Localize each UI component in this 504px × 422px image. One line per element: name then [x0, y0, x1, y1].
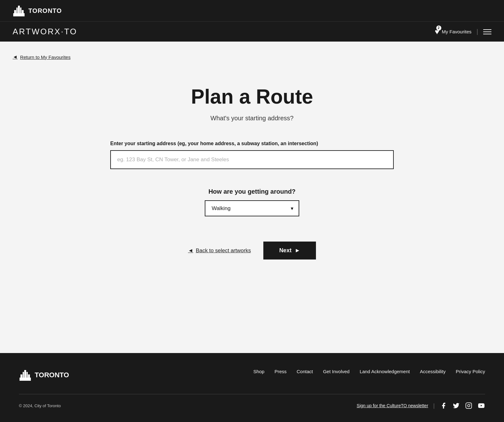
footer-links: Shop Press Contact Get Involved Land Ack…	[253, 369, 485, 374]
transport-label: How are you getting around?	[209, 188, 296, 195]
next-button[interactable]: Next ►	[263, 242, 316, 259]
toronto-city-label: Toronto	[28, 7, 62, 14]
footer-bottom: © 2024, City of Toronto Sign up for the …	[19, 394, 485, 409]
main-content: ◄ Return to My Favourites Plan a Route W…	[0, 42, 504, 353]
favourites-button[interactable]: ♥ 2 My Favourites	[435, 27, 471, 36]
top-navbar: Toronto	[0, 0, 504, 21]
page-center: Plan a Route What's your starting addres…	[13, 72, 491, 328]
hamburger-line-2	[483, 31, 491, 32]
facebook-icon[interactable]	[440, 402, 447, 409]
newsletter-link[interactable]: Sign up for the CultureTO newsletter	[357, 403, 428, 408]
youtube-icon[interactable]	[478, 402, 485, 409]
transport-select-wrapper: Walking Cycling Driving Transit ▼	[205, 200, 299, 216]
back-artworks-label: Back to select artworks	[196, 248, 251, 254]
form-section: Enter your starting address (eg, your ho…	[110, 141, 394, 169]
footer-link-land-acknowledgement[interactable]: Land Acknowledgement	[360, 369, 410, 374]
svg-rect-4	[20, 8, 21, 13]
page-title: Plan a Route	[191, 85, 313, 108]
toronto-building-icon	[13, 4, 25, 17]
svg-rect-1	[14, 10, 16, 13]
page-subtitle: What's your starting address?	[210, 115, 294, 122]
footer-toronto-icon	[19, 369, 32, 381]
back-arrow-icon: ◄	[13, 54, 18, 60]
back-artworks-link[interactable]: ◄ Back to select artworks	[188, 248, 251, 254]
footer-link-accessibility[interactable]: Accessibility	[420, 369, 446, 374]
footer: Toronto Shop Press Contact Get Involved …	[0, 353, 504, 422]
svg-rect-3	[18, 6, 20, 13]
hamburger-line-1	[483, 29, 491, 30]
footer-top: Toronto Shop Press Contact Get Involved …	[19, 369, 485, 381]
svg-rect-7	[20, 374, 22, 378]
copyright-text: © 2024, City of Toronto	[19, 403, 61, 408]
heart-icon: ♥ 2	[435, 27, 439, 36]
hamburger-menu[interactable]	[483, 29, 491, 34]
footer-link-get-involved[interactable]: Get Involved	[323, 369, 349, 374]
footer-link-contact[interactable]: Contact	[297, 369, 313, 374]
svg-rect-8	[23, 372, 24, 378]
transport-section: How are you getting around? Walking Cycl…	[205, 188, 299, 216]
buttons-row: ◄ Back to select artworks Next ►	[188, 242, 316, 259]
svg-point-13	[467, 404, 470, 407]
footer-city-name: Toronto	[35, 371, 69, 379]
artworx-logo: ARTWORX·TO	[13, 27, 77, 37]
return-favourites-link[interactable]: ◄ Return to My Favourites	[13, 54, 71, 60]
svg-rect-11	[28, 374, 30, 378]
svg-rect-12	[466, 403, 472, 408]
address-label: Enter your starting address (eg, your ho…	[110, 141, 394, 146]
footer-link-press[interactable]: Press	[274, 369, 286, 374]
svg-rect-6	[20, 378, 31, 381]
favourites-label: My Favourites	[442, 29, 472, 34]
footer-social: Sign up for the CultureTO newsletter |	[357, 402, 485, 409]
hamburger-line-3	[483, 34, 491, 34]
artworx-logo-suffix: ·TO	[61, 27, 77, 36]
svg-rect-9	[24, 370, 26, 378]
address-input[interactable]	[110, 150, 394, 169]
next-arrow-icon: ►	[295, 247, 300, 254]
social-divider: |	[433, 402, 435, 409]
nav-divider: |	[477, 28, 478, 35]
return-favourites-label: Return to My Favourites	[20, 54, 71, 60]
favourites-badge: 2	[436, 26, 441, 31]
artworx-navbar: ARTWORX·TO ♥ 2 My Favourites |	[0, 21, 504, 42]
svg-point-14	[470, 404, 471, 404]
back-artworks-arrow-icon: ◄	[188, 248, 193, 254]
twitter-icon[interactable]	[452, 402, 460, 409]
footer-link-shop[interactable]: Shop	[253, 369, 264, 374]
nav-right: ♥ 2 My Favourites |	[435, 27, 491, 36]
svg-rect-2	[16, 8, 18, 13]
footer-link-privacy-policy[interactable]: Privacy Policy	[456, 369, 485, 374]
svg-rect-5	[22, 10, 24, 13]
svg-rect-10	[26, 372, 28, 378]
transport-select[interactable]: Walking Cycling Driving Transit	[205, 200, 299, 216]
artworx-logo-text: ARTWORX	[13, 27, 61, 36]
footer-logo: Toronto	[19, 369, 69, 381]
next-button-label: Next	[279, 247, 291, 254]
toronto-logo-top: Toronto	[13, 4, 62, 17]
instagram-icon[interactable]	[465, 402, 472, 409]
svg-rect-0	[13, 13, 25, 16]
